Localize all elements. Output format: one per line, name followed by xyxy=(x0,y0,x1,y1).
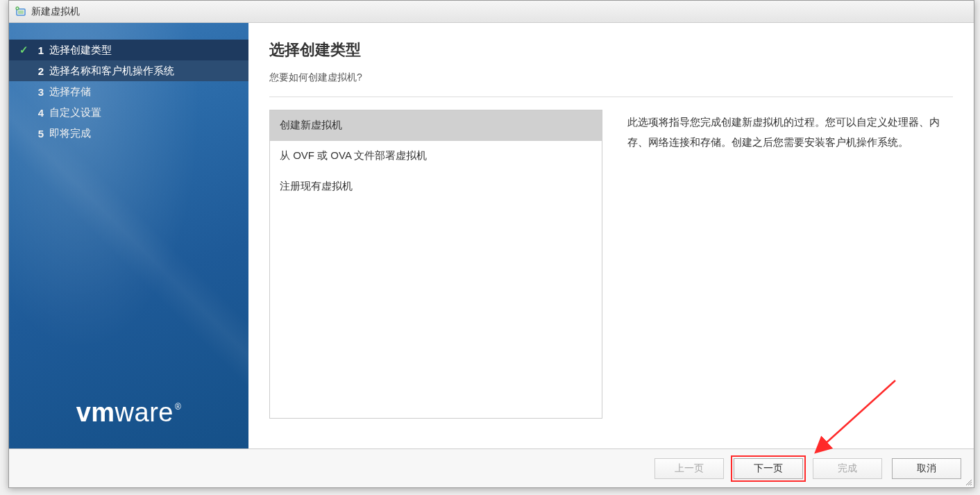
creation-option-2[interactable]: 注册现有虚拟机 xyxy=(270,171,602,202)
step-label: 选择创建类型 xyxy=(49,44,112,57)
step-number: 2 xyxy=(33,65,44,77)
step-label: 自定义设置 xyxy=(49,106,101,119)
step-number: 4 xyxy=(33,107,44,119)
svg-rect-1 xyxy=(18,10,24,14)
brand-part2: ware xyxy=(115,398,174,428)
step-label: 选择名称和客户机操作系统 xyxy=(49,65,174,78)
creation-type-options: 创建新虚拟机从 OVF 或 OVA 文件部署虚拟机注册现有虚拟机 xyxy=(269,110,602,419)
page-title: 选择创建类型 xyxy=(269,40,953,60)
wizard-step-4[interactable]: 4自定义设置 xyxy=(9,102,248,123)
wizard-step-3[interactable]: 3选择存储 xyxy=(9,81,248,102)
checkmark-icon: ✓ xyxy=(17,44,30,56)
new-vm-wizard-dialog: 新建虚拟机 ✓1选择创建类型2选择名称和客户机操作系统3选择存储4自定义设置5即… xyxy=(8,0,974,488)
brand-reg: ® xyxy=(175,402,181,412)
creation-option-0[interactable]: 创建新虚拟机 xyxy=(270,110,602,141)
panel-row: 创建新虚拟机从 OVF 或 OVA 文件部署虚拟机注册现有虚拟机 此选项将指导您… xyxy=(269,110,953,442)
dialog-title: 新建虚拟机 xyxy=(31,6,80,18)
creation-option-1[interactable]: 从 OVF 或 OVA 文件部署虚拟机 xyxy=(270,141,602,171)
wizard-step-1[interactable]: ✓1选择创建类型 xyxy=(9,40,248,60)
next-button[interactable]: 下一页 xyxy=(734,458,803,479)
wizard-steps: ✓1选择创建类型2选择名称和客户机操作系统3选择存储4自定义设置5即将完成 xyxy=(9,40,248,144)
dialog-body: ✓1选择创建类型2选择名称和客户机操作系统3选择存储4自定义设置5即将完成 vm… xyxy=(9,23,974,448)
step-number: 3 xyxy=(33,86,44,98)
step-number: 5 xyxy=(33,128,44,140)
vm-icon xyxy=(15,6,27,18)
resize-grip-icon[interactable] xyxy=(964,478,972,486)
dialog-titlebar: 新建虚拟机 xyxy=(9,1,974,23)
step-number: 1 xyxy=(33,44,44,56)
wizard-step-5[interactable]: 5即将完成 xyxy=(9,123,248,144)
brand-part1: vm xyxy=(76,398,115,428)
finish-button[interactable]: 完成 xyxy=(813,458,882,479)
wizard-footer: 上一页 下一页 完成 取消 xyxy=(9,448,974,487)
wizard-content: 选择创建类型 您要如何创建虚拟机? 创建新虚拟机从 OVF 或 OVA 文件部署… xyxy=(248,23,974,448)
divider xyxy=(269,97,953,97)
vmware-brand: vmware® xyxy=(9,398,248,428)
option-description: 此选项将指导您完成创建新虚拟机的过程。您可以自定义处理器、内存、网络连接和存储。… xyxy=(627,110,953,442)
wizard-step-2[interactable]: 2选择名称和客户机操作系统 xyxy=(9,60,248,81)
back-button[interactable]: 上一页 xyxy=(654,458,724,479)
wizard-sidebar: ✓1选择创建类型2选择名称和客户机操作系统3选择存储4自定义设置5即将完成 vm… xyxy=(9,23,248,448)
step-label: 选择存储 xyxy=(49,85,91,99)
step-label: 即将完成 xyxy=(49,127,91,140)
cancel-button[interactable]: 取消 xyxy=(892,458,961,479)
page-subtitle: 您要如何创建虚拟机? xyxy=(269,72,953,84)
